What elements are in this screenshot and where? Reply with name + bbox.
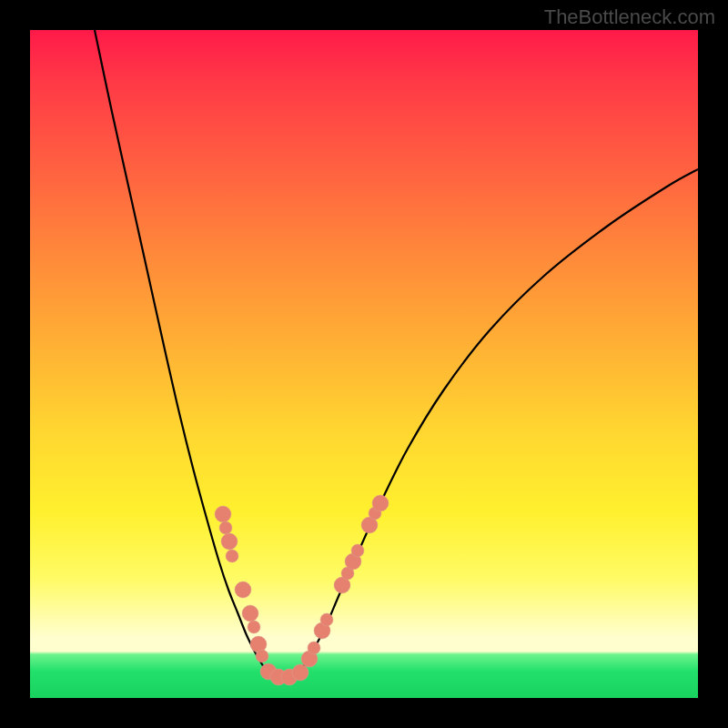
bead-marker <box>226 550 238 562</box>
left-curve-line <box>95 30 268 673</box>
bead-marker <box>292 664 308 681</box>
bead-marker <box>248 621 260 633</box>
bead-marker <box>320 613 333 626</box>
right-curve-line <box>297 169 698 673</box>
chart-svg <box>30 30 698 698</box>
bead-marker <box>308 642 320 654</box>
bead-marker <box>235 581 251 598</box>
bead-marker <box>256 650 268 662</box>
chart-plot-area <box>30 30 698 698</box>
bead-marker <box>215 506 231 522</box>
bead-marker <box>219 521 232 534</box>
bead-marker <box>372 495 389 511</box>
watermark-text: TheBottleneck.com <box>544 5 715 29</box>
bead-markers <box>215 495 389 685</box>
bead-marker <box>242 605 258 622</box>
bead-marker <box>221 533 238 550</box>
bead-marker <box>351 544 364 557</box>
